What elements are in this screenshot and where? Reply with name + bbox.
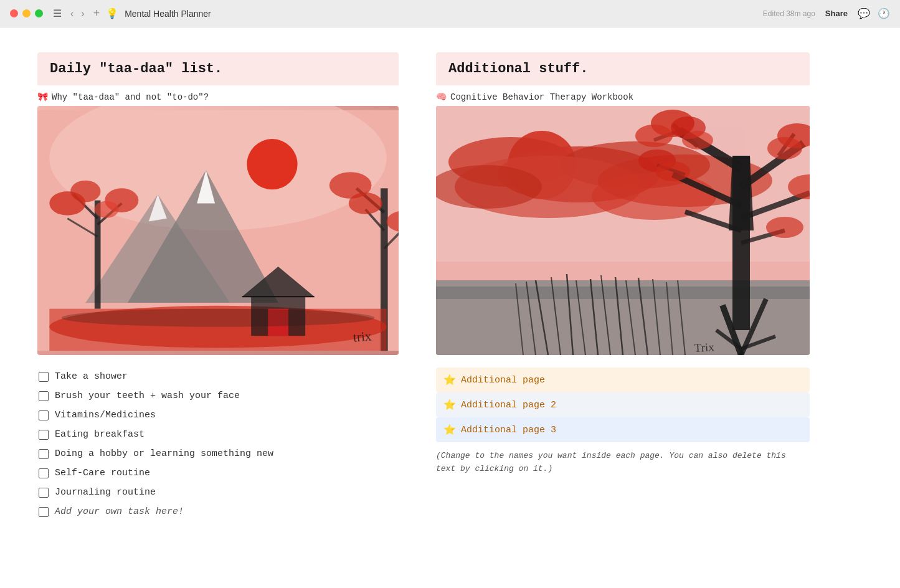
traffic-lights	[10, 9, 43, 17]
minimize-button[interactable]	[22, 9, 31, 17]
edited-label: Edited 38m ago	[763, 9, 815, 18]
add-button[interactable]: +	[93, 7, 100, 20]
right-section-header: Additional stuff.	[436, 52, 810, 85]
back-button[interactable]: ‹	[68, 7, 76, 21]
comment-icon[interactable]: 💬	[858, 7, 870, 19]
right-artwork: Trix Trix	[436, 106, 810, 355]
titlebar-right: Edited 38m ago Share 💬 🕐	[763, 7, 890, 19]
checkbox-5[interactable]	[39, 449, 49, 459]
instruction-note[interactable]: (Change to the names you want inside eac…	[436, 450, 810, 476]
additional-page-2-link[interactable]: ⭐ Additional page 2	[436, 392, 810, 417]
checkbox-8[interactable]	[39, 507, 49, 517]
additional-page-3-label: Additional page 3	[461, 425, 556, 435]
checklist-text-5: Doing a hobby or learning something new	[55, 448, 273, 459]
list-item: Self-Care routine	[37, 464, 399, 482]
checkbox-6[interactable]	[39, 468, 49, 478]
close-button[interactable]	[10, 9, 18, 17]
additional-page-1-link[interactable]: ⭐ Additional page	[436, 368, 810, 392]
svg-point-78	[682, 131, 713, 149]
checkbox-2[interactable]	[39, 391, 49, 401]
right-icons: 💬 🕐	[858, 7, 890, 19]
brain-icon: 🧠	[436, 92, 447, 102]
left-section-header: Daily "taa-daa" list.	[37, 52, 399, 85]
svg-point-81	[766, 217, 803, 238]
additional-page-1-label: Additional page	[461, 375, 545, 386]
checklist-text-7: Journaling routine	[55, 487, 156, 498]
additional-page-2-label: Additional page 2	[461, 400, 556, 410]
right-subtitle-text: Cognitive Behavior Therapy Workbook	[450, 92, 633, 102]
additional-links: ⭐ Additional page ⭐ Additional page 2 ⭐ …	[436, 368, 810, 442]
titlebar: ☰ ‹ › + 💡 Mental Health Planner Edited 3…	[0, 0, 900, 27]
list-item: Journaling routine	[37, 483, 399, 501]
right-header-title: Additional stuff.	[448, 61, 797, 77]
checkbox-1[interactable]	[39, 372, 49, 382]
forward-button[interactable]: ›	[78, 7, 87, 21]
star-icon-3: ⭐	[443, 424, 456, 436]
svg-point-39	[592, 173, 716, 220]
list-item: Doing a hobby or learning something new	[37, 445, 399, 463]
page-title: Mental Health Planner	[125, 9, 211, 19]
page-icon: 💡	[106, 7, 118, 19]
svg-point-28	[62, 309, 375, 327]
share-button[interactable]: Share	[825, 9, 848, 18]
list-item: Vitamins/Medicines	[37, 406, 399, 424]
checkbox-3[interactable]	[39, 410, 49, 420]
hamburger-icon[interactable]: ☰	[53, 7, 62, 19]
svg-point-79	[655, 161, 690, 181]
checklist-text-8: Add your own task here!	[55, 506, 184, 517]
svg-text:trix: trix	[353, 328, 372, 345]
star-icon-2: ⭐	[443, 399, 456, 411]
ribbon-icon: 🎀	[37, 92, 48, 102]
additional-page-3-link[interactable]: ⭐ Additional page 3	[436, 417, 810, 442]
list-item: Brush your teeth + wash your face	[37, 387, 399, 405]
list-item: Take a shower	[37, 368, 399, 386]
svg-point-12	[70, 181, 100, 202]
list-item: Add your own task here!	[37, 503, 399, 521]
checkbox-7[interactable]	[39, 488, 49, 498]
svg-point-14	[95, 201, 119, 218]
checklist-text-4: Eating breakfast	[55, 429, 144, 440]
left-artwork: trix	[37, 106, 399, 355]
left-subtitle-text: Why "taa-daa" and not "to-do"?	[52, 92, 209, 102]
checklist: Take a shower Brush your teeth + wash yo…	[37, 368, 399, 521]
maximize-button[interactable]	[35, 9, 43, 17]
svg-point-76	[767, 137, 802, 159]
nav-buttons: ‹ ›	[68, 7, 87, 21]
left-subtitle: 🎀 Why "taa-daa" and not "to-do"?	[37, 85, 399, 106]
checklist-text-2: Brush your teeth + wash your face	[55, 391, 240, 401]
clock-icon[interactable]: 🕐	[878, 7, 890, 19]
svg-point-73	[635, 125, 673, 147]
left-header-title: Daily "taa-daa" list.	[50, 61, 386, 77]
svg-rect-41	[436, 287, 810, 299]
svg-point-2	[247, 139, 297, 189]
svg-point-20	[349, 192, 382, 214]
right-column: Additional stuff. 🧠 Cognitive Behavior T…	[424, 52, 810, 563]
main-content: Daily "taa-daa" list. 🎀 Why "taa-daa" an…	[0, 27, 900, 588]
left-artwork-svg: trix	[37, 106, 399, 355]
list-item: Eating breakfast	[37, 425, 399, 443]
checkbox-4[interactable]	[39, 430, 49, 440]
checklist-text-6: Self-Care routine	[55, 468, 150, 478]
star-icon-1: ⭐	[443, 374, 456, 386]
checklist-text-1: Take a shower	[55, 371, 128, 382]
right-subtitle: 🧠 Cognitive Behavior Therapy Workbook	[436, 85, 810, 106]
checklist-text-3: Vitamins/Medicines	[55, 410, 156, 420]
left-column: Daily "taa-daa" list. 🎀 Why "taa-daa" an…	[37, 52, 424, 563]
right-artwork-svg: Trix Trix	[436, 106, 810, 355]
svg-text:Trix: Trix	[694, 340, 715, 354]
